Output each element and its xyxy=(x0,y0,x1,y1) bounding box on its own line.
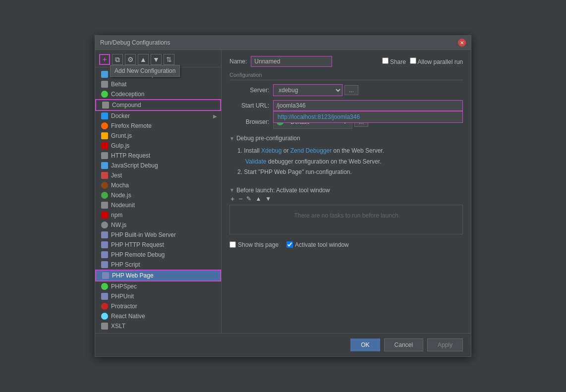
zend-debugger-link[interactable]: Zend Debugger xyxy=(290,147,332,154)
up-button[interactable]: ▲ xyxy=(138,54,149,65)
name-row: Name: Share Allow parallel run xyxy=(229,56,463,67)
sidebar-item-phpspec[interactable]: PHPSpec xyxy=(95,281,221,291)
left-panel: + Add New Configuration ⧉ ⚙ ▲ ▼ ⇅ Attach… xyxy=(95,50,222,333)
docker-arrow-icon: ▶ xyxy=(213,113,217,119)
before-launch-up-button[interactable]: ▲ xyxy=(254,195,262,202)
parallel-checkbox-label[interactable]: Allow parallel run xyxy=(410,57,463,65)
sidebar-item-php-web[interactable]: PHP Web Page xyxy=(95,270,221,281)
sidebar-item-xslt[interactable]: XSLT xyxy=(95,321,221,331)
settings-button[interactable]: ⚙ xyxy=(125,54,136,65)
sidebar-item-label: HTTP Request xyxy=(111,152,150,159)
nodeunit-icon xyxy=(101,202,108,209)
npm-icon xyxy=(101,212,108,219)
config-list: Attach to Node.js/Chrome Behat Codecepti… xyxy=(95,67,221,333)
sort-button[interactable]: ⇅ xyxy=(164,54,174,65)
debug-precfg-header[interactable]: ▼ Debug pre-configuration xyxy=(229,134,463,143)
sidebar-item-label: PHPUnit xyxy=(111,293,134,300)
url-dropdown: http://localhost:8123/joomla346 xyxy=(273,111,463,123)
add-config-button[interactable]: + xyxy=(99,54,110,65)
share-checkbox[interactable] xyxy=(382,57,389,64)
before-launch-toolbar: + − ✎ ▲ ▼ xyxy=(229,195,463,203)
share-label: Share xyxy=(390,58,406,65)
sidebar-item-phpunit[interactable]: PHPUnit xyxy=(95,291,221,301)
sidebar-item-npm[interactable]: npm xyxy=(95,210,221,220)
activate-tool-label[interactable]: Activate tool window xyxy=(286,241,349,248)
share-checkbox-label[interactable]: Share xyxy=(382,57,406,65)
sidebar-item-codeception[interactable]: Codeception xyxy=(95,89,221,99)
server-row: Server: xdebug localhost ... xyxy=(229,84,463,96)
sidebar-item-behat[interactable]: Behat xyxy=(95,79,221,89)
sidebar-item-php-remote[interactable]: PHP Remote Debug xyxy=(95,250,221,260)
down-button[interactable]: ▼ xyxy=(151,54,162,65)
cancel-button[interactable]: Cancel xyxy=(384,338,423,351)
sidebar-item-gulp[interactable]: Gulp.js xyxy=(95,141,221,151)
sidebar-item-grunt[interactable]: Grunt.js xyxy=(95,131,221,141)
config-form: Server: xdebug localhost ... Start URL: xyxy=(229,84,463,129)
sidebar-item-php-script[interactable]: PHP Script xyxy=(95,260,221,270)
name-label: Name: xyxy=(229,58,247,65)
before-launch-header[interactable]: ▼ Before launch: Activate tool window xyxy=(229,186,463,195)
show-page-label[interactable]: Show this page xyxy=(229,241,279,248)
before-launch-section: ▼ Before launch: Activate tool window + … xyxy=(229,186,463,234)
sidebar-item-compound[interactable]: Compound xyxy=(95,99,221,111)
ok-button[interactable]: OK xyxy=(350,338,380,351)
before-launch-label: Before launch: Activate tool window xyxy=(236,187,330,194)
activate-tool-checkbox[interactable] xyxy=(286,241,293,248)
name-input[interactable] xyxy=(251,56,332,67)
before-launch-add-button[interactable]: + xyxy=(229,195,235,203)
grunt-icon xyxy=(101,132,108,139)
sidebar-item-react-native[interactable]: React Native xyxy=(95,311,221,321)
apply-button[interactable]: Apply xyxy=(427,338,463,351)
validate-link[interactable]: Validate xyxy=(245,158,266,165)
before-launch-remove-button[interactable]: − xyxy=(237,195,243,203)
sidebar-item-nw[interactable]: NW.js xyxy=(95,220,221,230)
jsdebug-icon xyxy=(101,162,108,169)
docker-icon xyxy=(101,112,108,119)
sidebar-item-label: PHP Remote Debug xyxy=(111,251,165,258)
dialog-body: + Add New Configuration ⧉ ⚙ ▲ ▼ ⇅ Attach… xyxy=(95,50,471,333)
server-select[interactable]: xdebug localhost xyxy=(273,84,342,96)
before-launch-edit-button[interactable]: ✎ xyxy=(245,195,252,202)
configuration-section-label: Configuration xyxy=(229,72,463,80)
before-launch-down-button[interactable]: ▼ xyxy=(264,195,272,202)
php-script-icon xyxy=(101,261,108,268)
sidebar-item-mocha[interactable]: Mocha xyxy=(95,180,221,190)
parallel-checkbox[interactable] xyxy=(410,57,416,64)
debug-precfg-content: 1. Install Xdebug or Zend Debugger on th… xyxy=(229,143,463,181)
close-button[interactable]: ✕ xyxy=(458,39,466,47)
sidebar-item-label: PHP Built-in Web Server xyxy=(111,231,176,238)
php-web-icon xyxy=(102,272,109,279)
sidebar-item-label: PHPSpec xyxy=(111,283,137,290)
sidebar-item-label: Mocha xyxy=(111,182,129,189)
sidebar-item-php-builtin[interactable]: PHP Built-in Web Server xyxy=(95,230,221,240)
sidebar-item-jest[interactable]: Jest xyxy=(95,170,221,180)
url-option[interactable]: http://localhost:8123/joomla346 xyxy=(274,112,462,122)
sidebar-item-firefox[interactable]: Firefox Remote xyxy=(95,121,221,131)
add-new-popup[interactable]: Add New Configuration xyxy=(110,65,180,77)
start-url-input[interactable] xyxy=(273,100,463,111)
sidebar-item-nodeunit[interactable]: Nodeunit xyxy=(95,200,221,210)
sidebar-item-label: Behat xyxy=(111,81,126,88)
xdebug-link[interactable]: Xdebug xyxy=(261,147,282,154)
sidebar-item-php-http[interactable]: PHP HTTP Request xyxy=(95,240,221,250)
sidebar-item-jsdebug[interactable]: JavaScript Debug xyxy=(95,161,221,170)
debug-precfg-label: Debug pre-configuration xyxy=(236,135,300,142)
sidebar-item-label: Docker xyxy=(111,112,130,119)
sidebar-item-label: Grunt.js xyxy=(111,132,132,139)
server-dots-button[interactable]: ... xyxy=(344,85,358,95)
php-http-icon xyxy=(101,241,108,248)
show-page-checkbox[interactable] xyxy=(229,241,236,248)
php-remote-icon xyxy=(101,251,108,258)
sidebar-item-protractor[interactable]: Protractor xyxy=(95,301,221,311)
sidebar-item-label: Compound xyxy=(112,102,141,109)
sidebar-item-nodejs[interactable]: Node.js xyxy=(95,190,221,200)
right-panel: Name: Share Allow parallel run Configura… xyxy=(222,50,471,333)
sidebar-item-http[interactable]: HTTP Request xyxy=(95,151,221,161)
copy-config-button[interactable]: ⧉ xyxy=(112,54,123,65)
sidebar-item-docker[interactable]: Docker ▶ xyxy=(95,111,221,121)
sidebar-item-label: JavaScript Debug xyxy=(111,162,158,169)
dialog-title: Run/Debug Configurations xyxy=(100,39,170,46)
sidebar-item-label: React Native xyxy=(111,313,145,320)
server-label: Server: xyxy=(229,87,269,94)
compound-icon xyxy=(102,102,109,109)
